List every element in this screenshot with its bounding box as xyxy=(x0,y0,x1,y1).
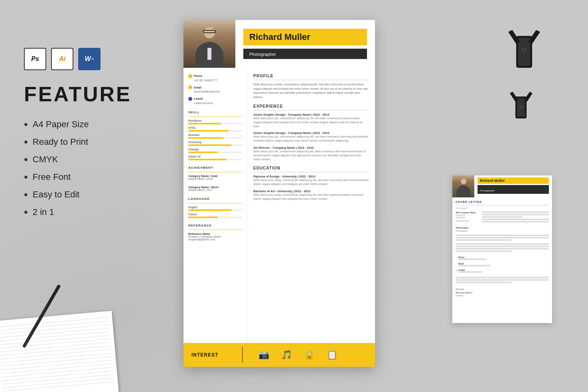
phone-label: Phone xyxy=(194,75,202,77)
skill-title: SKILL xyxy=(188,110,242,114)
exp-item-1: Junior Graphic Design - Company Name | 2… xyxy=(253,113,369,128)
resume-header: Richard Muller Photographer xyxy=(184,20,375,68)
svg-point-3 xyxy=(523,49,525,51)
svg-point-7 xyxy=(520,106,522,108)
skill-indesign: Indesign xyxy=(188,148,242,153)
linked-label: Linked xyxy=(194,97,203,100)
cover-yellow-bar: Richard Muller xyxy=(478,177,549,184)
cover-body: COVER LETTER To: Recipient ABC Company N… xyxy=(452,197,552,300)
photoshop-icon: Ps xyxy=(24,48,46,70)
feature-item-print: Ready to Print xyxy=(24,136,176,148)
education-section: EDUCATION Diploma of Design - University… xyxy=(253,166,369,201)
cover-name-text: Richard Muller xyxy=(480,179,547,183)
reference-title: REFERANCE xyxy=(188,224,242,227)
resume-content: PROFILE Write about your profile, consec… xyxy=(247,68,375,343)
profile-text: Write about your profile, consectetuer a… xyxy=(253,83,369,99)
resume-title: Photographer xyxy=(249,52,276,57)
exp-title-2: Senior Graphic Design - Company Name | 2… xyxy=(253,131,369,135)
interest-label: INTEREST xyxy=(191,352,218,358)
email-label: Email xyxy=(194,86,201,89)
cover-header: Richard Muller Photographer xyxy=(452,175,552,197)
exp-item-2: Senior Graphic Design - Company Name | 2… xyxy=(253,131,369,143)
binder-clip-small xyxy=(508,88,534,124)
cover-subtitle: Photographer xyxy=(480,189,494,192)
resume-name: Richard Muller xyxy=(249,32,361,42)
yellow-name-bar: Richard Muller xyxy=(243,29,367,45)
achievement-item-2: Category Name / Silver Award Name | 2017 xyxy=(188,186,242,191)
exp-item-3: Art Director - Company Name | 2012 - 201… xyxy=(253,146,369,161)
interest-icon-doc: 📋 xyxy=(327,350,337,360)
exp-desc-3: Write about your job, consectetuer adipi… xyxy=(253,150,369,161)
software-icons-row: Ps Ai W≡ xyxy=(24,48,176,70)
skill-html: HTML xyxy=(188,126,242,132)
contact-section: Phone +62 85 743041777 Email youremail@m… xyxy=(188,74,242,105)
resume-body: Phone +62 85 743041777 Email youremail@m… xyxy=(184,68,375,343)
resume-name-section: Richard Muller Photographer xyxy=(235,20,375,68)
feature-item-font: Free Font xyxy=(24,171,176,183)
skill-illustrator: Illustrator xyxy=(188,134,242,139)
achievement-section: ACHIEVMENT Category Name / Gold Award Na… xyxy=(188,166,242,191)
profile-title: PROFILE xyxy=(253,74,369,78)
interest-icon-camera: 📷 xyxy=(258,350,269,360)
feature-section: Ps Ai W≡ FEATURE A4 Paper Size Ready to … xyxy=(24,48,176,223)
edu-desc-2: Write about your study, consectetuer adi… xyxy=(253,193,369,201)
education-title: EDUCATION xyxy=(253,166,369,170)
skill-section: SKILL Wordpress HTML Illustrator Photosh… xyxy=(188,110,242,160)
cover-section-title: COVER LETTER xyxy=(456,201,549,203)
feature-item-2in1: 2 in 1 xyxy=(24,206,176,219)
interest-icon-music: 🎵 xyxy=(281,350,292,360)
illustrator-icon: Ai xyxy=(51,48,73,70)
interest-icon-lock: 🔒 xyxy=(304,350,315,360)
achievement-item-1: Category Name / Gold Award Name | 2015 xyxy=(188,175,242,180)
reference-section: REFERANCE Referance Name Position | Comp… xyxy=(188,224,242,241)
feature-title: FEATURE xyxy=(24,82,176,106)
exp-title-3: Art Director - Company Name | 2012 - 201… xyxy=(253,146,369,150)
edu-desc-1: Write about your study, consectetuer adi… xyxy=(253,178,369,186)
interest-divider xyxy=(242,347,243,363)
achievement-title: ACHIEVMENT xyxy=(188,166,242,169)
resume-footer: INTEREST 📷 🎵 🔒 📋 xyxy=(184,343,375,367)
linked-value: Linked account xyxy=(194,102,213,104)
notebook-decoration xyxy=(0,311,119,392)
resume-sidebar: Phone +62 85 743041777 Email youremail@m… xyxy=(184,68,247,343)
resume-photo xyxy=(184,20,235,68)
profile-section: PROFILE Write about your profile, consec… xyxy=(253,74,369,99)
cover-dark-bar: Photographer xyxy=(478,185,549,194)
exp-title-1: Junior Graphic Design - Company Name | 2… xyxy=(253,113,369,116)
resume-card: Richard Muller Photographer Phone +62 85… xyxy=(184,20,375,367)
dark-title-bar: Photographer xyxy=(243,49,367,59)
reference-email: dropemail@here.com xyxy=(188,238,242,241)
exp-desc-1: Write about your job, consectetuer adipi… xyxy=(253,116,369,128)
skill-wordpress: Wordpress xyxy=(188,119,242,124)
edu-item-2: Bachelor of Art - University | 2012 - 20… xyxy=(253,189,369,201)
binder-clip-large xyxy=(506,24,542,76)
experience-section: EXPERIENCE Junior Graphic Design - Compa… xyxy=(253,104,369,161)
cover-letter-preview: Richard Muller Photographer COVER LETTER… xyxy=(452,175,552,323)
language-title: LANGUAGE xyxy=(188,197,242,201)
phone-value: +62 85 743041777 xyxy=(194,79,217,82)
language-section: LANGUAGE English France xyxy=(188,197,242,218)
word-icon: W≡ xyxy=(78,48,101,70)
language-english: English xyxy=(188,206,242,211)
skill-photoshop: Photoshop xyxy=(188,141,242,146)
language-france: France xyxy=(188,213,242,218)
experience-title: EXPERIENCE xyxy=(253,104,369,108)
email-value: youremail@mail.com xyxy=(194,90,220,93)
edu-item-1: Diploma of Design - University | 2012 - … xyxy=(253,175,369,186)
reference-position: Position | Company Name xyxy=(188,235,242,238)
cover-name-area: Richard Muller Photographer xyxy=(474,175,552,197)
edu-title-2: Bachelor of Art - University | 2012 - 20… xyxy=(253,189,369,193)
feature-item-edit: Easy to Edit xyxy=(24,188,176,201)
edu-title-1: Diploma of Design - University | 2012 - … xyxy=(253,175,369,178)
cover-photo xyxy=(452,175,474,197)
feature-item-a4: A4 Paper Size xyxy=(24,118,176,131)
skill-xd: Adobe Xd xyxy=(188,155,242,160)
exp-desc-2: Write about your job, consectetuer adipi… xyxy=(253,135,369,143)
feature-item-cmyk: CMYK xyxy=(24,153,176,166)
reference-name: Referance Name xyxy=(188,232,242,235)
feature-list: A4 Paper Size Ready to Print CMYK Free F… xyxy=(24,118,176,219)
